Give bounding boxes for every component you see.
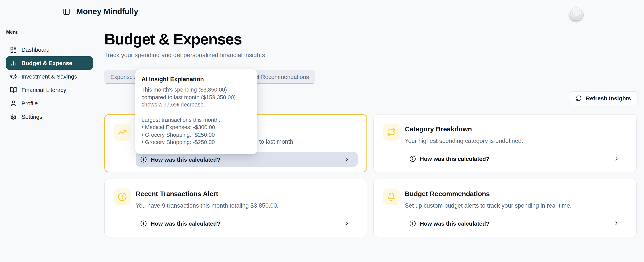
how-calculated-label: How was this calculated? [151, 156, 220, 163]
piggy-bank-icon [10, 73, 17, 80]
sidebar-nav: Dashboard Budget & Expense Investment & … [6, 43, 93, 123]
bell-icon [383, 189, 400, 205]
how-calculated-label: How was this calculated? [151, 220, 220, 227]
tooltip-paragraph: This month's spending ($3,850.00) compar… [142, 86, 251, 109]
user-icon [10, 100, 17, 107]
chevron-right-icon [344, 220, 350, 226]
tooltip-transaction-line: • Medical Expenses: -$300.00 [142, 124, 251, 131]
user-avatar[interactable] [568, 7, 584, 22]
sidebar-item-financial-literacy[interactable]: Financial Literacy [6, 83, 93, 96]
chevron-right-icon [613, 220, 620, 226]
top-header: Money Mindfully [0, 0, 644, 23]
refresh-icon [576, 95, 582, 101]
card-title: Recent Transactions Alert [136, 189, 358, 198]
sidebar-item-label: Dashboard [22, 46, 50, 53]
sidebar-item-profile[interactable]: Profile [6, 96, 93, 110]
trending-up-icon [114, 124, 131, 141]
repeat-arrows-icon [383, 124, 400, 141]
page-subtitle: Track your spending and get personalized… [104, 52, 638, 59]
how-calculated-row-budget[interactable]: How was this calculated? [405, 216, 627, 231]
tooltip-transactions-heading: Largest transactions this month: [142, 116, 251, 124]
card-budget-recommendations: Budget Recommendations Set up custom bud… [373, 179, 637, 237]
sidebar-item-dashboard[interactable]: Dashboard [6, 43, 93, 56]
gear-icon [10, 113, 17, 120]
chevron-right-icon [613, 156, 620, 162]
page-title: Budget & Expenses [104, 30, 638, 48]
card-body: Recent Transactions Alert You have 9 tra… [136, 189, 358, 231]
sidebar-item-budget-expense[interactable]: Budget & Expense [6, 56, 93, 70]
tooltip-title: AI Insight Explanation [142, 76, 251, 83]
how-calculated-row-transactions[interactable]: How was this calculated? [136, 216, 358, 231]
sidebar-item-label: Budget & Expense [22, 60, 72, 66]
card-title: Budget Recommendations [405, 189, 627, 198]
card-category-breakdown: Category Breakdown Your highest spending… [373, 114, 637, 172]
how-calculated-label: How was this calculated? [420, 155, 489, 162]
app-window: Money Mindfully Menu Dashboard Budget & … [0, 0, 644, 262]
sidebar: Menu Dashboard Budget & Expense Investme… [0, 23, 98, 262]
sidebar-item-settings[interactable]: Settings [6, 110, 93, 123]
card-body: Category Breakdown Your highest spending… [405, 124, 627, 166]
sidebar-item-investment-savings[interactable]: Investment & Savings [6, 70, 93, 83]
info-icon [140, 156, 147, 163]
app-title: Money Mindfully [76, 7, 138, 16]
card-title: Category Breakdown [405, 124, 627, 134]
bar-chart-icon [10, 59, 17, 66]
how-calculated-row-category[interactable]: How was this calculated? [405, 151, 627, 166]
sidebar-item-label: Settings [22, 113, 42, 120]
chevron-right-icon [344, 156, 350, 162]
sidebar-toggle-button[interactable] [61, 6, 71, 16]
tooltip-transaction-line: • Grocery Shopping: -$250.00 [142, 139, 251, 146]
alert-circle-icon [114, 189, 131, 205]
sidebar-item-label: Investment & Savings [22, 73, 77, 80]
card-recent-transactions-alert: Recent Transactions Alert You have 9 tra… [104, 179, 367, 237]
card-body: Budget Recommendations Set up custom bud… [405, 189, 627, 231]
sidebar-item-label: Financial Literacy [22, 87, 66, 93]
info-icon [140, 220, 147, 227]
card-description: You have 9 transactions this month total… [136, 202, 358, 209]
refresh-insights-button[interactable]: Refresh Insights [569, 91, 638, 105]
how-calculated-row-spending[interactable]: How was this calculated? [136, 152, 358, 167]
card-description: Your highest spending category is undefi… [405, 138, 627, 144]
how-calculated-label: How was this calculated? [420, 220, 489, 227]
book-open-icon [10, 86, 17, 93]
sidebar-section-label: Menu [6, 29, 93, 35]
layout-dashboard-icon [10, 46, 17, 53]
refresh-insights-label: Refresh Insights [586, 95, 631, 101]
panel-left-icon [63, 8, 70, 15]
card-description-fragment: to last month. [259, 138, 295, 145]
sidebar-item-label: Profile [22, 100, 38, 106]
card-description: Set up custom budget alerts to track you… [405, 202, 627, 209]
info-icon [410, 155, 416, 162]
info-icon [410, 220, 416, 227]
tooltip-transaction-line: • Grocery Shopping: -$250.00 [142, 131, 251, 139]
ai-insight-tooltip: AI Insight Explanation This month's spen… [135, 69, 257, 154]
